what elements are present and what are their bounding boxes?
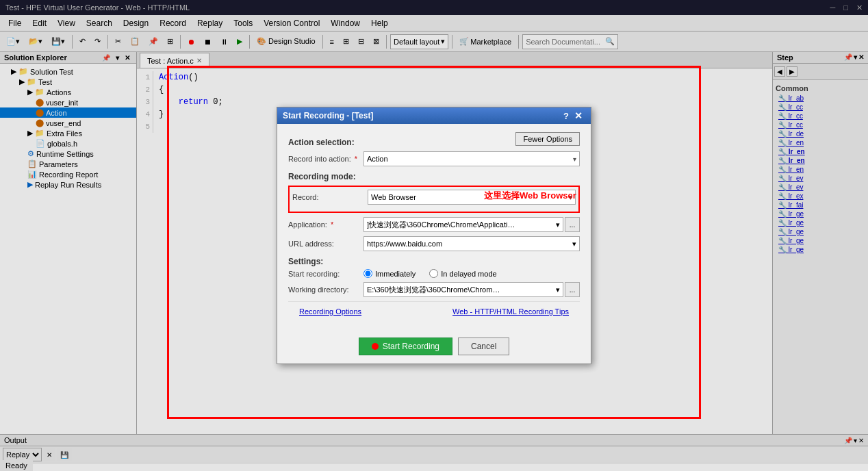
required-star: * [355, 155, 357, 163]
working-dir-row: Working directory: E:\360快速浏览器\360Chrome… [288, 282, 580, 297]
settings-label: Settings: [288, 257, 580, 266]
start-recording-btn[interactable]: Start Recording [359, 338, 452, 355]
application-select[interactable]: ]快速浏览器\360Chrome\Chrome\Application\360c… [363, 217, 563, 232]
application-label: Application: * [288, 220, 363, 229]
url-value: https://www.baidu.com [367, 240, 442, 248]
delayed-label: In delayed mode [441, 270, 496, 278]
dialog-footer: Recording Options Web - HTTP/HTML Record… [288, 301, 580, 324]
application-browse-btn[interactable]: ... [565, 217, 580, 232]
working-dir-arrow: ▾ [556, 285, 560, 294]
record-dot-icon [372, 343, 379, 350]
application-value: ]快速浏览器\360Chrome\Chrome\Application\360c… [367, 220, 518, 230]
recording-options-link[interactable]: Recording Options [299, 307, 361, 316]
working-dir-label: Working directory: [288, 285, 363, 294]
dialog-help-btn[interactable]: ? [563, 111, 569, 121]
start-recording-field-label: Start recording: [288, 270, 363, 278]
modal-overlay: Start Recording - [Test] ? ✕ Fewer Optio… [0, 0, 868, 471]
working-dir-group: E:\360快速浏览器\360Chrome\Chrome\Application… [363, 282, 580, 297]
url-label: URL address: [288, 240, 363, 248]
delayed-option[interactable]: In delayed mode [429, 269, 496, 278]
start-btn-label: Start Recording [383, 342, 439, 351]
start-recording-dialog: Start Recording - [Test] ? ✕ Fewer Optio… [277, 107, 591, 364]
working-dir-browse-btn[interactable]: ... [565, 282, 580, 297]
delayed-radio[interactable] [429, 269, 438, 278]
dialog-title-btns: ? ✕ [563, 110, 585, 121]
start-recording-row: Start recording: Immediately In delayed … [288, 269, 580, 278]
dialog-buttons: Start Recording Cancel [277, 332, 591, 364]
url-select[interactable]: https://www.baidu.com ▾ [363, 236, 580, 251]
url-arrow: ▾ [572, 240, 576, 249]
fewer-options-btn[interactable]: Fewer Options [515, 132, 580, 146]
working-dir-select[interactable]: E:\360快速浏览器\360Chrome\Chrome\Application… [363, 282, 563, 297]
immediately-radio[interactable] [363, 269, 372, 278]
application-row: Application: * ]快速浏览器\360Chrome\Chrome\A… [288, 217, 580, 232]
chinese-annotation: 这里选择Web Browser [484, 190, 576, 202]
record-value: Web Browser [371, 193, 416, 201]
dialog-titlebar: Start Recording - [Test] ? ✕ [277, 107, 591, 124]
radio-group: Immediately In delayed mode [363, 269, 497, 278]
immediately-label: Immediately [375, 270, 416, 278]
dialog-close-btn[interactable]: ✕ [572, 110, 585, 121]
recording-mode-label: Recording mode: [288, 172, 580, 181]
application-input-group: ]快速浏览器\360Chrome\Chrome\Application\360c… [363, 217, 580, 232]
record-into-row: Record into action: * Action ▾ [288, 151, 580, 166]
app-arrow: ▾ [556, 220, 560, 229]
working-dir-value: E:\360快速浏览器\360Chrome\Chrome\Application [367, 285, 504, 295]
dialog-container: Start Recording - [Test] ? ✕ Fewer Optio… [277, 107, 591, 364]
record-into-value: Action [367, 155, 388, 163]
tips-link[interactable]: Web - HTTP/HTML Recording Tips [452, 307, 569, 316]
url-row: URL address: https://www.baidu.com ▾ [288, 236, 580, 251]
dialog-content: Fewer Options Action selection: Record i… [277, 124, 591, 332]
record-into-arrow: ▾ [573, 155, 576, 163]
cancel-btn[interactable]: Cancel [458, 338, 509, 355]
recording-mode-box: Record: Web Browser ▾ 这里选择Web Browser [288, 186, 580, 213]
record-into-label: Record into action: * [288, 155, 363, 163]
immediately-option[interactable]: Immediately [363, 269, 416, 278]
record-into-select[interactable]: Action ▾ [363, 151, 580, 166]
dialog-title: Start Recording - [Test] [283, 111, 373, 120]
record-field-label: Record: [292, 193, 368, 201]
